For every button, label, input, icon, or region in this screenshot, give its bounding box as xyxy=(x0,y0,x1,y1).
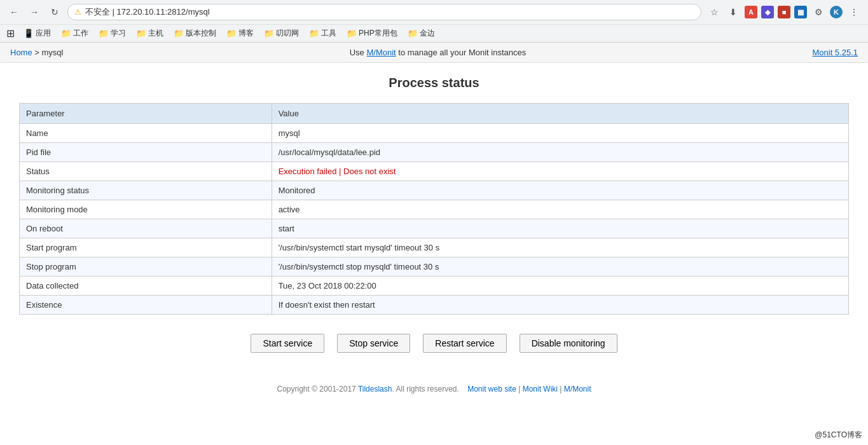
status-error-text: Execution failed xyxy=(279,167,337,176)
mmonit-link[interactable]: M/Monit xyxy=(366,48,396,57)
ext-acrobat-icon[interactable]: A xyxy=(745,6,757,18)
breadcrumb-home[interactable]: Home xyxy=(10,48,32,57)
table-cell-value: Monitored xyxy=(272,181,848,200)
forward-button[interactable]: → xyxy=(27,4,42,20)
table-cell-value: Execution failed | Does not exist xyxy=(272,162,848,181)
bookmark-item-PHP常用包[interactable]: 📁PHP常用包 xyxy=(343,27,401,40)
bookmark-label: 博客 xyxy=(238,28,254,39)
back-button[interactable]: ← xyxy=(6,4,22,20)
table-header-value: Value xyxy=(272,104,848,124)
disable-monitoring-button[interactable]: Disable monitoring xyxy=(520,334,617,353)
top-info-bar: Home > mysql Use M/Monit to manage all y… xyxy=(0,43,868,63)
bookmark-item-工具[interactable]: 📁工具 xyxy=(305,27,340,40)
table-row: Namemysql xyxy=(20,124,849,143)
bookmark-item-博客[interactable]: 📁博客 xyxy=(223,27,258,40)
table-row: On rebootstart xyxy=(20,219,849,238)
settings-button[interactable]: ⚙ xyxy=(811,4,826,20)
folder-icon: 📁 xyxy=(226,29,237,38)
table-cell-param: Monitoring mode xyxy=(20,200,272,219)
breadcrumb: Home > mysql xyxy=(10,48,63,57)
bookmark-item-版本控制[interactable]: 📁版本控制 xyxy=(170,27,220,40)
top-info-text: Use M/Monit to manage all your Monit ins… xyxy=(350,48,526,57)
browser-toolbar: ← → ↻ ⚠ 不安全 | 172.20.10.11:2812/mysql ☆ … xyxy=(0,0,868,24)
bookmark-label: 学习 xyxy=(111,28,126,39)
table-row: Monitoring modeactive xyxy=(20,200,849,219)
footer-monit-wiki-link[interactable]: Monit Wiki xyxy=(523,385,558,394)
table-cell-param: Start program xyxy=(20,238,272,257)
folder-icon: 📁 xyxy=(408,29,418,38)
table-cell-value: active xyxy=(272,200,848,219)
main-area: Process status Parameter Value Namemysql… xyxy=(0,63,868,413)
bookmark-item-叨叨网[interactable]: 📁叨叨网 xyxy=(260,27,303,40)
table-row: Pid file/usr/local/mysql/data/lee.pid xyxy=(20,143,849,162)
bookmark-item-金边[interactable]: 📁金边 xyxy=(404,27,439,40)
reload-button[interactable]: ↻ xyxy=(47,4,62,20)
url-text: 不安全 | 172.20.10.11:2812/mysql xyxy=(85,6,210,18)
browser-chrome: ← → ↻ ⚠ 不安全 | 172.20.10.11:2812/mysql ☆ … xyxy=(0,0,868,43)
bookmark-label: 工作 xyxy=(73,28,88,39)
footer-mmonit-link[interactable]: M/Monit xyxy=(564,385,591,394)
folder-icon: 📁 xyxy=(347,29,357,38)
folder-icon: 📁 xyxy=(309,29,319,38)
table-header-parameter: Parameter xyxy=(20,104,272,124)
table-cell-value: start xyxy=(272,219,848,238)
footer-wiki-link[interactable]: Monit web site xyxy=(467,385,516,394)
start-service-button[interactable]: Start service xyxy=(251,334,324,353)
bookmark-label: 版本控制 xyxy=(186,28,216,39)
table-cell-param: Existence xyxy=(20,296,272,315)
lock-icon: ⚠ xyxy=(74,8,81,17)
table-cell-value: Tue, 23 Oct 2018 00:22:00 xyxy=(272,277,848,296)
table-cell-param: Status xyxy=(20,162,272,181)
bookmark-label: 工具 xyxy=(321,28,336,39)
page-footer: Copyright © 2001-2017 Tildeslash. All ri… xyxy=(19,378,849,400)
apps-icon[interactable]: ⊞ xyxy=(6,27,15,39)
table-cell-value: If doesn't exist then restart xyxy=(272,296,848,315)
bookmark-label: 叨叨网 xyxy=(276,28,299,39)
menu-button[interactable]: ⋮ xyxy=(846,4,862,20)
bookmarks-bar: ⊞ 📱应用📁工作📁学习📁主机📁版本控制📁博客📁叨叨网📁工具📁PHP常用包📁金边 xyxy=(0,24,868,42)
profile-icon[interactable]: K xyxy=(830,6,843,18)
ext-icon4[interactable]: ▦ xyxy=(794,6,807,18)
bookmark-item-应用[interactable]: 📱应用 xyxy=(20,27,55,40)
page-content: Home > mysql Use M/Monit to manage all y… xyxy=(0,43,868,413)
table-row: Stop program'/usr/bin/systemctl stop mys… xyxy=(20,257,849,277)
bookmark-item-工作[interactable]: 📁工作 xyxy=(57,27,92,40)
folder-icon: 📁 xyxy=(61,29,71,38)
star-button[interactable]: ☆ xyxy=(706,4,722,20)
ext-icon2[interactable]: ◈ xyxy=(761,6,774,18)
folder-icon: 📁 xyxy=(264,29,274,38)
bookmark-label: 主机 xyxy=(148,28,163,39)
table-cell-param: Monitoring status xyxy=(20,181,272,200)
footer-tildeslash-link[interactable]: Tildeslash xyxy=(358,385,392,394)
stop-service-button[interactable]: Stop service xyxy=(337,334,410,353)
version-text[interactable]: Monit 5.25.1 xyxy=(812,48,858,57)
folder-icon: 📱 xyxy=(24,29,34,38)
table-cell-param: Pid file xyxy=(20,143,272,162)
footer-copyright: Copyright © 2001-2017 xyxy=(277,385,358,394)
folder-icon: 📁 xyxy=(136,29,146,38)
ext-icon3[interactable]: ■ xyxy=(778,6,790,18)
restart-service-button[interactable]: Restart service xyxy=(423,334,506,353)
download-button[interactable]: ⬇ xyxy=(726,4,741,20)
page-title: Process status xyxy=(19,76,849,90)
table-cell-param: Name xyxy=(20,124,272,143)
address-bar[interactable]: ⚠ 不安全 | 172.20.10.11:2812/mysql xyxy=(67,4,701,20)
action-buttons: Start serviceStop serviceRestart service… xyxy=(19,334,849,353)
bookmark-label: 金边 xyxy=(420,28,435,39)
table-cell-value: '/usr/bin/systemctl start mysqld' timeou… xyxy=(272,238,848,257)
status-separator: | xyxy=(336,167,343,176)
bookmark-item-学习[interactable]: 📁学习 xyxy=(95,27,130,40)
table-row: Data collectedTue, 23 Oct 2018 00:22:00 xyxy=(20,277,849,296)
status-error-text2: Does not exist xyxy=(343,167,396,176)
folder-icon: 📁 xyxy=(99,29,109,38)
table-row: StatusExecution failed | Does not exist xyxy=(20,162,849,181)
table-row: Monitoring statusMonitored xyxy=(20,181,849,200)
footer-rights: . All rights reserved. xyxy=(392,385,458,394)
browser-icons: ☆ ⬇ A ◈ ■ ▦ ⚙ K ⋮ xyxy=(706,4,862,20)
breadcrumb-current: mysql xyxy=(42,48,64,57)
bookmark-item-主机[interactable]: 📁主机 xyxy=(132,27,167,40)
version-link[interactable]: Monit 5.25.1 xyxy=(812,48,858,57)
breadcrumb-separator: > xyxy=(34,48,41,57)
table-cell-value: mysql xyxy=(272,124,848,143)
table-cell-value: /usr/local/mysql/data/lee.pid xyxy=(272,143,848,162)
